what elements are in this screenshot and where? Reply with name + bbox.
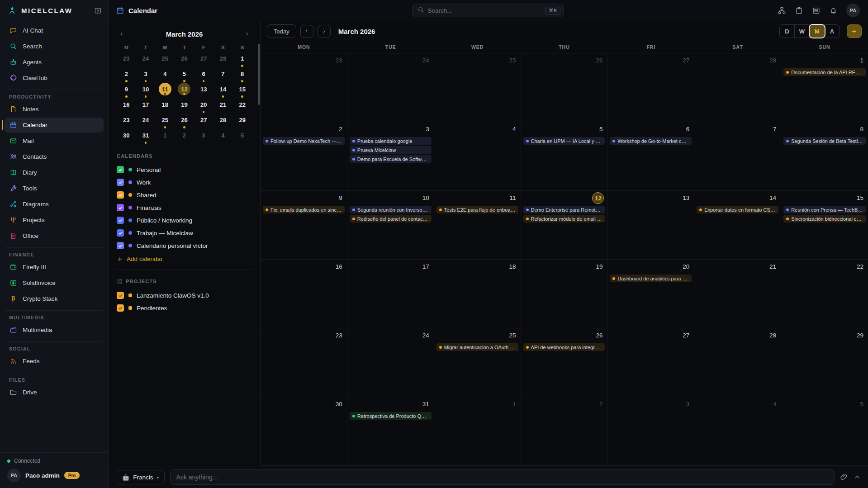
mini-next-month-button[interactable] <box>242 29 252 39</box>
sidebar-item-notes[interactable]: Notes <box>5 102 104 117</box>
checkbox-checked[interactable] <box>117 229 124 237</box>
day-cell-24[interactable]: 24 <box>347 328 434 397</box>
search-input[interactable]: Search... ⌘K <box>412 4 564 17</box>
mini-day-28[interactable]: 28 <box>213 53 233 68</box>
calendar-event[interactable]: Refactorizar módulo de email — ... <box>523 215 605 223</box>
clipboard-button[interactable] <box>795 6 803 15</box>
view-button-A[interactable]: A <box>825 25 840 38</box>
calendar-event[interactable]: Sincronización bidireccional cale... <box>783 215 866 223</box>
day-cell-4[interactable]: 4 <box>694 397 781 466</box>
day-cell-31[interactable]: 31 Retrospectiva de Producto Q1 co... <box>347 397 434 466</box>
sidebar-item-multimedia[interactable]: Multimedia <box>5 322 104 337</box>
sidebar-item-clawhub[interactable]: ClawHub <box>5 71 104 85</box>
calendar-event[interactable]: Prueba calendaio google <box>350 137 432 145</box>
sidebar-item-search[interactable]: Search <box>5 39 104 54</box>
mini-day-22[interactable]: 22 <box>232 99 252 114</box>
day-cell-2[interactable]: 2 <box>521 397 608 466</box>
mini-day-7[interactable]: 7 <box>213 68 233 84</box>
mini-day-2[interactable]: 2 <box>175 130 194 145</box>
checkbox-checked[interactable] <box>117 217 124 224</box>
mini-prev-month-button[interactable] <box>117 29 127 39</box>
next-month-button[interactable] <box>318 25 331 38</box>
day-cell-25[interactable]: 25 <box>434 53 521 122</box>
mini-day-3[interactable]: 3 <box>194 130 213 145</box>
sidebar-item-ai-chat[interactable]: AI Chat <box>5 23 104 38</box>
day-cell-12[interactable]: 12 Demo Enterprise para RemoteW... Refac… <box>521 191 608 260</box>
calendar-event[interactable]: Migrar autenticación a OAuth 2.0... <box>436 343 518 351</box>
mini-day-4[interactable]: 4 <box>213 130 233 145</box>
sidebar-item-calendar[interactable]: Calendar <box>5 118 104 133</box>
sidebar-item-projects[interactable]: Projects <box>5 213 104 227</box>
bell-button[interactable] <box>829 6 838 15</box>
checkbox-checked[interactable] <box>117 179 124 186</box>
chevron-up-icon[interactable] <box>854 474 861 481</box>
sidebar-item-contacts[interactable]: Contacts <box>5 149 104 164</box>
hierarchy-button[interactable] <box>778 6 786 15</box>
day-cell-4[interactable]: 4 <box>434 122 521 191</box>
day-cell-3[interactable]: 3 Prueba calendaio google Prueva Micelcl… <box>347 122 434 191</box>
day-cell-26[interactable]: 26 API de webhooks para integraci... <box>521 328 608 397</box>
day-cell-7[interactable]: 7 <box>694 122 781 191</box>
sidebar-item-mail[interactable]: Mail <box>5 133 104 148</box>
calendar-event[interactable]: Workshop de Go-to-Market con ... <box>610 137 692 145</box>
mini-day-14[interactable]: 14 <box>213 84 233 99</box>
project-toggle-lanzamiento-clawos-v1-0[interactable]: Lanzamiento ClawOS v1.0 <box>117 289 252 302</box>
day-cell-27[interactable]: 27 <box>607 328 694 397</box>
calendar-event[interactable]: Demo para Escuela de Software ... <box>350 155 432 163</box>
day-cell-26[interactable]: 26 <box>521 53 608 122</box>
ask-anything-input[interactable]: Ask anything... <box>170 469 835 485</box>
mini-day-23[interactable]: 23 <box>117 114 136 130</box>
day-cell-1[interactable]: 1 Documentación de la API REST v1 <box>781 53 868 122</box>
calendar-toggle-work[interactable]: Work <box>117 176 252 189</box>
mini-day-6[interactable]: 6 <box>194 68 213 84</box>
day-cell-28[interactable]: 28 <box>694 53 781 122</box>
sidebar-item-firefly-iii[interactable]: Firefly III <box>5 260 104 275</box>
mini-day-11[interactable]: 11 <box>155 84 175 99</box>
today-button[interactable]: Today <box>267 24 296 38</box>
avatar[interactable]: PA <box>7 469 21 482</box>
calendar-toggle-p-blico-networking[interactable]: Público / Networking <box>117 214 252 227</box>
day-cell-3[interactable]: 3 <box>607 397 694 466</box>
day-cell-5[interactable]: 5 Charla en UPM — IA Local y Priv... <box>521 122 608 191</box>
left-panel-scrollbar[interactable] <box>258 44 260 105</box>
calendar-event[interactable]: Segunda reunión con InversorTe... <box>350 206 432 213</box>
calendar-toggle-shared[interactable]: Shared <box>117 189 252 201</box>
mini-day-29[interactable]: 29 <box>232 114 252 130</box>
mini-day-25[interactable]: 25 <box>155 114 175 130</box>
mini-day-3[interactable]: 3 <box>136 68 156 84</box>
mini-day-30[interactable]: 30 <box>117 130 136 145</box>
assistant-selector[interactable]: 🤖 Francis ▾ <box>117 470 165 484</box>
mini-day-1[interactable]: 1 <box>232 53 252 68</box>
mini-day-26[interactable]: 26 <box>175 114 194 130</box>
mini-day-27[interactable]: 27 <box>194 53 213 68</box>
day-cell-23[interactable]: 23 <box>261 328 347 397</box>
mini-day-15[interactable]: 15 <box>232 84 252 99</box>
mini-day-21[interactable]: 21 <box>213 99 233 114</box>
day-cell-17[interactable]: 17 <box>347 260 434 328</box>
checkbox-checked[interactable] <box>117 304 124 312</box>
calendar-event[interactable]: Documentación de la API REST v1 <box>783 68 866 76</box>
sidebar-item-office[interactable]: Office <box>5 228 104 243</box>
calendar-event[interactable]: Rediseño del panel de contactos <box>350 215 432 223</box>
day-cell-11[interactable]: 11 Tests E2E para flujo de onboardi... <box>434 191 521 260</box>
day-cell-23[interactable]: 23 <box>261 53 347 122</box>
mini-day-8[interactable]: 8 <box>232 68 252 84</box>
calendar-event[interactable]: Retrospectiva de Producto Q1 co... <box>350 412 432 420</box>
sidebar-item-diagrams[interactable]: Diagrams <box>5 197 104 212</box>
mini-day-17[interactable]: 17 <box>136 99 156 114</box>
day-cell-25[interactable]: 25 Migrar autenticación a OAuth 2.0... <box>434 328 521 397</box>
checkbox-checked[interactable] <box>117 242 124 249</box>
day-cell-8[interactable]: 8 Segunda Sesión de Beta Testing ... <box>781 122 868 191</box>
mini-day-19[interactable]: 19 <box>175 99 194 114</box>
sidebar-item-tools[interactable]: Tools <box>5 181 104 196</box>
mini-day-9[interactable]: 9 <box>117 84 136 99</box>
mini-day-31[interactable]: 31 <box>136 130 156 145</box>
view-button-M[interactable]: M <box>810 25 825 38</box>
topbar-avatar[interactable]: PA <box>846 4 860 17</box>
day-cell-16[interactable]: 16 <box>261 260 347 328</box>
calendar-event[interactable]: Dashboard de analytics para usu... <box>610 275 692 282</box>
calendar-event[interactable]: Reunión con Prensa — TechBlog... <box>783 206 866 213</box>
calendar-toggle-trabajo-micelclaw[interactable]: Trabajo — Micelclaw <box>117 227 252 239</box>
sidebar-item-drive[interactable]: Drive <box>5 385 104 400</box>
day-cell-28[interactable]: 28 <box>694 328 781 397</box>
